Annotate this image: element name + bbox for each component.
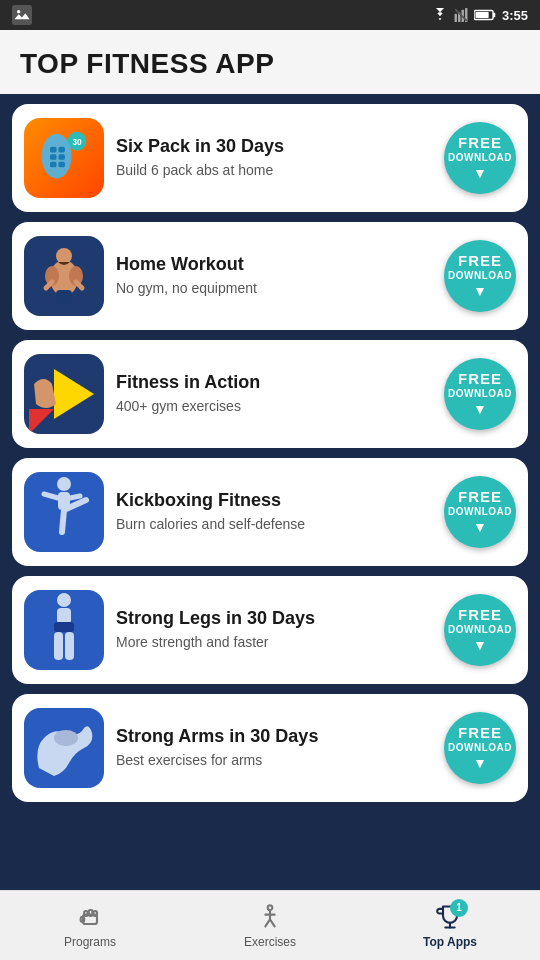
exercises-icon xyxy=(256,903,284,931)
status-right: 3:55 xyxy=(432,8,528,23)
programs-icon-wrap xyxy=(76,903,104,931)
topapps-icon-wrap: 1 xyxy=(436,903,464,931)
app-name-strongarms: Strong Arms in 30 Days xyxy=(116,726,432,747)
app-icon-homeworkout xyxy=(24,236,104,316)
app-icon-stronglegs xyxy=(24,590,104,670)
app-desc-homeworkout: No gym, no equipment xyxy=(116,279,432,297)
gallery-icon xyxy=(12,5,32,25)
battery-icon xyxy=(474,9,496,21)
wifi-icon xyxy=(432,8,448,22)
svg-rect-36 xyxy=(54,622,74,632)
bottom-nav: Programs Exercises 1 Top xyxy=(0,890,540,960)
nav-item-topapps[interactable]: 1 Top Apps xyxy=(360,891,540,960)
app-card-fitness: Fitness in Action 400+ gym exercises FRE… xyxy=(12,340,528,448)
svg-point-28 xyxy=(57,477,71,491)
nav-item-exercises[interactable]: Exercises xyxy=(180,891,360,960)
app-name-stronglegs: Strong Legs in 30 Days xyxy=(116,608,432,629)
app-card-kickboxing: Kickboxing Fitness Burn calories and sel… xyxy=(12,458,528,566)
download-btn-sixpack[interactable]: FREE DOWNLOAD ▼ xyxy=(444,122,516,194)
page-title: TOP FITNESS APP xyxy=(20,48,520,80)
sixpack-illustration: 30 xyxy=(36,130,92,186)
app-info-strongarms: Strong Arms in 30 Days Best exercises fo… xyxy=(116,726,432,769)
svg-line-32 xyxy=(44,494,58,498)
svg-rect-8 xyxy=(475,12,488,18)
svg-rect-2 xyxy=(455,14,457,22)
app-icon-kickboxing xyxy=(24,472,104,552)
nav-item-programs[interactable]: Programs xyxy=(0,891,180,960)
app-name-fitness: Fitness in Action xyxy=(116,372,432,393)
svg-line-49 xyxy=(270,919,275,926)
app-card-strongarms: Strong Arms in 30 Days Best exercises fo… xyxy=(12,694,528,802)
svg-rect-37 xyxy=(54,632,63,660)
download-btn-fitness[interactable]: FREE DOWNLOAD ▼ xyxy=(444,358,516,430)
nav-label-topapps: Top Apps xyxy=(423,935,477,949)
stronglegs-illustration xyxy=(24,590,104,670)
signal-off-icon xyxy=(454,8,468,22)
app-card-sixpack: 30 Six Pack in 30 Days Build 6 pack abs … xyxy=(12,104,528,212)
nav-label-exercises: Exercises xyxy=(244,935,296,949)
nav-label-programs: Programs xyxy=(64,935,116,949)
svg-rect-38 xyxy=(65,632,74,660)
svg-rect-17 xyxy=(50,162,57,168)
app-info-kickboxing: Kickboxing Fitness Burn calories and sel… xyxy=(116,490,432,533)
app-info-stronglegs: Strong Legs in 30 Days More strength and… xyxy=(116,608,432,651)
svg-rect-41 xyxy=(84,911,88,916)
time-display: 3:55 xyxy=(502,8,528,23)
exercises-icon-wrap xyxy=(256,903,284,931)
svg-rect-0 xyxy=(12,5,32,25)
app-info-homeworkout: Home Workout No gym, no equipment xyxy=(116,254,432,297)
kickboxing-illustration xyxy=(24,472,104,552)
programs-icon xyxy=(76,903,104,931)
fitness-illustration xyxy=(24,354,104,434)
svg-rect-16 xyxy=(58,154,65,160)
app-desc-fitness: 400+ gym exercises xyxy=(116,397,432,415)
download-btn-kickboxing[interactable]: FREE DOWNLOAD ▼ xyxy=(444,476,516,548)
app-name-homeworkout: Home Workout xyxy=(116,254,432,275)
app-icon-strongarms xyxy=(24,708,104,788)
app-card-homeworkout: Home Workout No gym, no equipment FREE D… xyxy=(12,222,528,330)
app-card-stronglegs: Strong Legs in 30 Days More strength and… xyxy=(12,576,528,684)
app-info-fitness: Fitness in Action 400+ gym exercises xyxy=(116,372,432,415)
page-content: TOP FITNESS APP 30 xyxy=(0,30,540,892)
strongarms-illustration xyxy=(24,708,104,788)
status-bar: 3:55 xyxy=(0,0,540,30)
app-name-sixpack: Six Pack in 30 Days xyxy=(116,136,432,157)
download-btn-homeworkout[interactable]: FREE DOWNLOAD ▼ xyxy=(444,240,516,312)
app-desc-sixpack: Build 6 pack abs at home xyxy=(116,161,432,179)
app-list: 30 Six Pack in 30 Days Build 6 pack abs … xyxy=(0,94,540,812)
status-left xyxy=(12,5,32,25)
svg-point-34 xyxy=(57,593,71,607)
svg-point-39 xyxy=(54,730,78,746)
svg-line-33 xyxy=(70,496,80,498)
app-icon-fitness xyxy=(24,354,104,434)
topapps-badge: 1 xyxy=(450,899,468,917)
svg-rect-18 xyxy=(58,162,65,168)
svg-rect-35 xyxy=(57,608,71,624)
svg-point-1 xyxy=(17,10,20,13)
svg-rect-43 xyxy=(94,911,98,916)
app-icon-sixpack: 30 xyxy=(24,118,104,198)
download-btn-stronglegs[interactable]: FREE DOWNLOAD ▼ xyxy=(444,594,516,666)
svg-rect-25 xyxy=(56,290,72,304)
app-info-sixpack: Six Pack in 30 Days Build 6 pack abs at … xyxy=(116,136,432,179)
app-desc-stronglegs: More strength and faster xyxy=(116,633,432,651)
svg-rect-14 xyxy=(58,147,65,153)
app-name-kickboxing: Kickboxing Fitness xyxy=(116,490,432,511)
svg-line-48 xyxy=(265,919,270,926)
svg-rect-13 xyxy=(50,147,57,153)
svg-rect-15 xyxy=(50,154,57,160)
svg-line-23 xyxy=(46,282,52,288)
svg-rect-9 xyxy=(493,13,495,17)
app-desc-kickboxing: Burn calories and self-defense xyxy=(116,515,432,533)
download-btn-strongarms[interactable]: FREE DOWNLOAD ▼ xyxy=(444,712,516,784)
svg-rect-42 xyxy=(89,910,93,916)
svg-text:30: 30 xyxy=(72,137,82,147)
svg-marker-27 xyxy=(29,409,54,434)
svg-line-24 xyxy=(76,282,82,288)
homeworkout-illustration xyxy=(32,244,96,308)
svg-marker-26 xyxy=(54,369,94,419)
app-desc-strongarms: Best exercises for arms xyxy=(116,751,432,769)
svg-line-31 xyxy=(62,510,64,532)
header: TOP FITNESS APP xyxy=(0,30,540,94)
